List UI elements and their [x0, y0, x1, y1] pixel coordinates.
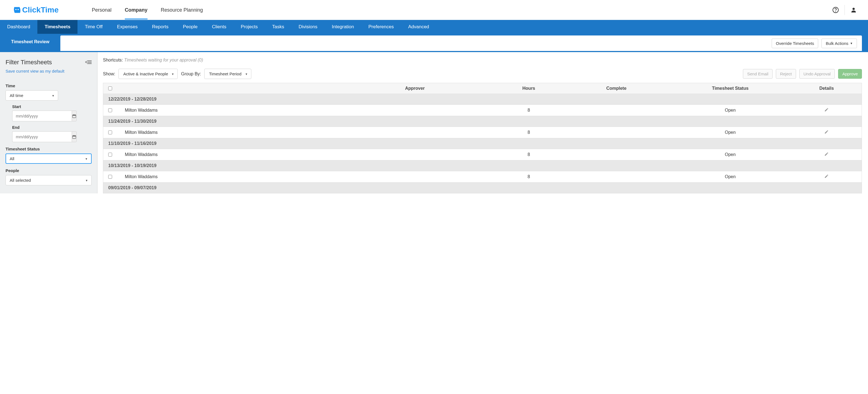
table-group-label: 12/22/2019 - 12/28/2019 — [103, 97, 862, 102]
table-group-label: 10/13/2019 - 10/19/2019 — [103, 163, 862, 168]
nav-divisions[interactable]: Divisions — [291, 20, 325, 34]
people-select[interactable]: All selected — [5, 175, 92, 186]
people-label: People — [5, 168, 92, 173]
pencil-icon[interactable] — [792, 152, 862, 158]
select-all-checkbox[interactable] — [108, 86, 112, 90]
start-date-row — [12, 111, 66, 121]
nav-people[interactable]: People — [176, 20, 205, 34]
table-row: Milton Waddams8Open — [103, 171, 862, 182]
collapse-sidebar-icon[interactable] — [85, 59, 92, 66]
svg-rect-16 — [75, 135, 75, 136]
caret-down-icon: ▼ — [850, 42, 853, 45]
topbar: ClickTime Personal Company Resource Plan… — [0, 0, 868, 20]
row-status: Open — [669, 108, 792, 113]
subtab-timesheet-review[interactable]: Timesheet Review — [0, 34, 60, 51]
svg-rect-12 — [75, 114, 75, 115]
svg-point-1 — [18, 9, 19, 10]
pencil-icon[interactable] — [792, 174, 862, 179]
shortcuts: Shortcuts: Timesheets waiting for your a… — [103, 58, 862, 63]
end-date-input[interactable] — [12, 131, 72, 142]
group-select[interactable]: Timesheet Period — [204, 69, 251, 79]
nav-integration[interactable]: Integration — [325, 20, 361, 34]
topbar-right — [832, 5, 857, 15]
nav-timesheets[interactable]: Timesheets — [37, 20, 78, 34]
pencil-icon[interactable] — [792, 130, 862, 135]
shortcuts-label: Shortcuts: — [103, 58, 123, 62]
show-select[interactable]: Active & Inactive People — [119, 69, 178, 79]
subbar-actions: Override Timesheets Bulk Actions ▼ — [60, 35, 862, 51]
svg-rect-6 — [87, 60, 92, 61]
start-date-input[interactable] — [12, 111, 72, 121]
nav-tasks[interactable]: Tasks — [265, 20, 291, 34]
group-label: Group By: — [181, 72, 201, 77]
logo-icon — [13, 6, 21, 14]
help-icon[interactable] — [832, 7, 839, 13]
bulk-actions-button[interactable]: Bulk Actions ▼ — [822, 38, 857, 48]
table-row: Milton Waddams8Open — [103, 127, 862, 138]
svg-point-0 — [16, 9, 17, 10]
pencil-icon[interactable] — [792, 108, 862, 113]
status-label: Timesheet Status — [5, 147, 92, 151]
svg-rect-8 — [87, 63, 92, 64]
table-group: 11/24/2019 - 11/30/2019 — [103, 116, 862, 127]
svg-point-4 — [852, 8, 855, 10]
col-approver: Approver — [336, 86, 494, 91]
send-email-button[interactable]: Send Email — [743, 69, 773, 79]
row-status: Open — [669, 152, 792, 157]
row-checkbox[interactable] — [108, 131, 112, 134]
row-hours: 8 — [494, 152, 564, 157]
save-default-link[interactable]: Save current view as my default — [5, 69, 64, 74]
row-hours: 8 — [494, 130, 564, 135]
svg-marker-5 — [85, 61, 87, 63]
table-group: 10/13/2019 - 10/19/2019 — [103, 161, 862, 171]
table-group-label: 09/01/2019 - 09/07/2019 — [103, 186, 862, 190]
divider — [844, 5, 845, 15]
row-hours: 8 — [494, 108, 564, 113]
nav-preferences[interactable]: Preferences — [361, 20, 401, 34]
bulk-actions-label: Bulk Actions — [826, 41, 848, 46]
start-calendar-icon[interactable] — [72, 111, 77, 121]
sidebar: Filter Timesheets Save current view as m… — [0, 52, 97, 193]
time-label: Time — [5, 83, 92, 88]
logo-text: ClickTime — [22, 5, 59, 15]
row-status: Open — [669, 130, 792, 135]
nav-dashboard[interactable]: Dashboard — [0, 20, 37, 34]
shortcuts-value[interactable]: Timesheets waiting for your approval (0) — [124, 58, 203, 62]
timesheet-table: Approver Hours Complete Timesheet Status… — [103, 83, 862, 193]
col-details: Details — [792, 86, 862, 91]
end-calendar-icon[interactable] — [72, 131, 77, 142]
undo-approval-button[interactable]: Undo Approval — [799, 69, 835, 79]
show-label: Show: — [103, 72, 115, 77]
row-checkbox[interactable] — [108, 175, 112, 179]
table-row: Milton Waddams8Open — [103, 105, 862, 116]
row-name: Milton Waddams — [117, 108, 336, 113]
nav-expenses[interactable]: Expenses — [110, 20, 145, 34]
col-hours: Hours — [494, 86, 564, 91]
table-row: Milton Waddams8Open — [103, 149, 862, 161]
svg-rect-7 — [87, 62, 92, 63]
account-icon[interactable] — [850, 7, 857, 13]
nav-reports[interactable]: Reports — [145, 20, 176, 34]
body: Filter Timesheets Save current view as m… — [0, 52, 868, 193]
row-status: Open — [669, 174, 792, 179]
nav-projects[interactable]: Projects — [234, 20, 265, 34]
logo[interactable]: ClickTime — [13, 5, 59, 15]
svg-rect-10 — [72, 115, 76, 116]
row-name: Milton Waddams — [117, 130, 336, 135]
approve-button[interactable]: Approve — [838, 69, 862, 79]
nav-timeoff[interactable]: Time Off — [78, 20, 110, 34]
override-timesheets-button[interactable]: Override Timesheets — [772, 38, 818, 48]
status-select[interactable]: All — [5, 153, 92, 164]
topnav-resource-planning[interactable]: Resource Planning — [161, 1, 203, 19]
time-select[interactable]: All time — [5, 90, 58, 101]
topnav-personal[interactable]: Personal — [92, 1, 112, 19]
table-group: 09/01/2019 - 09/07/2019 — [103, 182, 862, 193]
nav-clients[interactable]: Clients — [205, 20, 234, 34]
nav-advanced[interactable]: Advanced — [401, 20, 436, 34]
row-name: Milton Waddams — [117, 174, 336, 179]
row-checkbox[interactable] — [108, 153, 112, 157]
topnav-company[interactable]: Company — [125, 1, 148, 19]
row-checkbox[interactable] — [108, 108, 112, 112]
reject-button[interactable]: Reject — [776, 69, 796, 79]
end-date-row — [12, 131, 66, 142]
